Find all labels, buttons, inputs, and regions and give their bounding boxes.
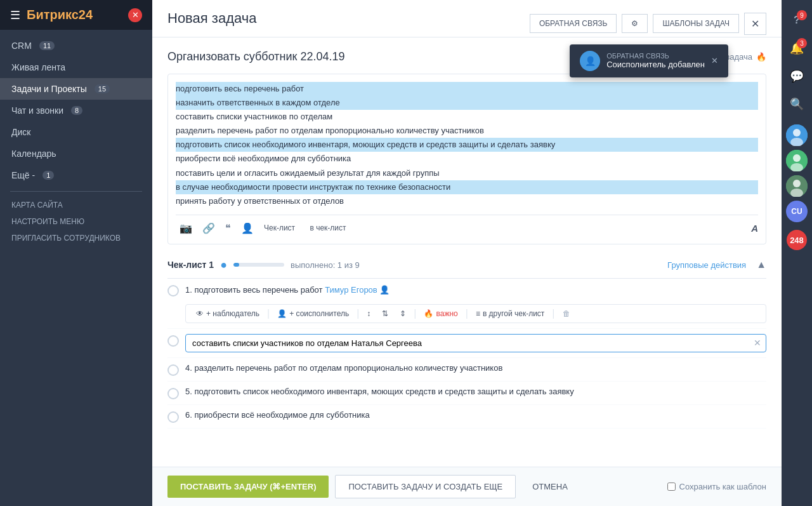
toast-close-icon[interactable]: ✕ — [711, 56, 718, 65]
item-1-assignee: Тимур Егоров — [325, 285, 377, 295]
input-clear-icon[interactable]: ✕ — [754, 338, 761, 348]
main-content: Новая задача ОБРАТНАЯ СВЯЗЬ ⚙ ШАБЛОНЫ ЗА… — [152, 0, 782, 506]
reorder-btn-3[interactable]: ⇕ — [395, 307, 411, 320]
close-button[interactable]: ✕ — [744, 13, 766, 35]
add-watcher-btn[interactable]: 👁 + наблюдатель — [191, 307, 265, 320]
item-6-checkbox[interactable] — [167, 411, 179, 423]
description-area[interactable]: подготовить весь перечень работ назначит… — [167, 74, 766, 244]
item-6-text: 6. приобрести всё необходимое для суббот… — [185, 410, 766, 420]
close-sidebar-button[interactable]: ✕ — [128, 8, 142, 22]
calendar-label: Календарь — [11, 149, 56, 159]
gear-icon: ⚙ — [631, 19, 638, 28]
app-logo: Битрикс24 — [27, 8, 93, 22]
sidebar-item-tasks[interactable]: Задачи и Проекты 15 — [0, 78, 152, 100]
task-form-inner: Организовать субботник 22.04.19 Это важн… — [152, 37, 782, 441]
sidebar-item-more[interactable]: Ещё - 1 — [0, 164, 152, 186]
reorder-btn-1[interactable]: ↕ — [362, 307, 376, 320]
collapse-icon[interactable]: ▲ — [756, 259, 766, 270]
submit-create-button[interactable]: ПОСТАВИТЬ ЗАДАЧУ И СОЗДАТЬ ЕЩЕ — [335, 475, 516, 498]
bitrix-badge-count: 8 — [799, 236, 804, 245]
link-tool-btn[interactable]: 🔗 — [199, 220, 219, 236]
item-3-input[interactable] — [185, 334, 766, 352]
user-mention-btn[interactable]: 👤 — [237, 220, 258, 236]
notifications-badge: 3 — [797, 38, 807, 48]
chat-badge: 8 — [71, 106, 82, 115]
task-form: Организовать субботник 22.04.19 Это важн… — [152, 37, 782, 467]
sidebar-link-sitemap[interactable]: КАРТА САЙТА — [0, 197, 152, 213]
attach-tool-btn[interactable]: 📷 — [176, 220, 196, 236]
save-template-checkbox[interactable] — [667, 483, 676, 491]
format-icon: A — [751, 223, 758, 234]
item-1-actions-bar: 👁 + наблюдатель | 👤 + соисполнитель | ↕ … — [185, 304, 766, 323]
crm-label: CRM — [11, 41, 32, 51]
bitrix-badge[interactable]: 24 8 — [787, 230, 807, 250]
move-btn[interactable]: ≡ в другой чек-лист — [471, 307, 549, 320]
fire-icon: 🔥 — [424, 309, 433, 318]
save-template-label: Сохранить как шаблон — [679, 482, 766, 491]
templates-button[interactable]: ШАБЛОНЫ ЗАДАЧ — [653, 14, 739, 33]
add-coexecutor-btn[interactable]: 👤 + соисполнитель — [272, 307, 354, 320]
sidebar-item-live-feed[interactable]: Живая лента — [0, 57, 152, 78]
checklist-title: Чек-лист 1 — [167, 260, 214, 270]
item-4-checkbox[interactable] — [167, 364, 179, 376]
checklist-item-4: 4. разделить перечень работ по отделам п… — [167, 358, 766, 382]
item-1-checkbox[interactable] — [167, 285, 179, 296]
checklist-btn[interactable]: Чек-лист — [260, 222, 299, 234]
avatar-1[interactable] — [786, 124, 808, 146]
tasks-label: Задачи и Проекты — [11, 84, 87, 94]
item-4-text: 4. разделить перечень работ по отделам п… — [185, 363, 766, 373]
toast-content: ОБРАТНАЯ СВЯЗЬ Соисполнитель добавлен — [606, 52, 705, 69]
sidebar-link-invite[interactable]: ПРИГЛАСИТЬ СОТРУДНИКОВ — [0, 230, 152, 246]
bottom-bar: ПОСТАВИТЬ ЗАДАЧУ (⌘+ENTER) ПОСТАВИТЬ ЗАД… — [152, 467, 782, 506]
item-5-text: 5. подготовить список необходимого инвен… — [185, 387, 766, 396]
cancel-button[interactable]: ОТМЕНА — [522, 476, 578, 498]
desc-line-2: назначить ответственных в каждом отделе — [176, 96, 758, 110]
gear-button[interactable]: ⚙ — [622, 14, 648, 33]
reorder-btn-2[interactable]: ⇅ — [377, 307, 393, 320]
right-bar: ? 9 🔔 3 💬 🔍 CU 24 8 — [782, 0, 812, 506]
quote-tool-btn[interactable]: ❝ — [221, 220, 235, 236]
tasks-badge: 15 — [95, 84, 110, 93]
checklist-item-3: ✕ — [167, 329, 766, 358]
sidebar-item-crm[interactable]: CRM 11 — [0, 35, 152, 57]
checklist-item-5: 5. подготовить список необходимого инвен… — [167, 382, 766, 405]
item-5-checkbox[interactable] — [167, 388, 179, 399]
watcher-icon: 👁 — [196, 309, 204, 318]
menu-icon[interactable]: ☰ — [10, 8, 20, 22]
disk-label: Диск — [11, 127, 30, 137]
sidebar-link-menu[interactable]: НАСТРОИТЬ МЕНЮ — [0, 213, 152, 230]
svg-point-7 — [793, 180, 801, 187]
help-icon[interactable]: ? 9 — [784, 8, 809, 33]
group-actions-btn[interactable]: Групповые действия — [667, 260, 746, 270]
progress-bar-wrap — [233, 263, 284, 267]
search-icon[interactable]: 🔍 — [784, 91, 809, 117]
delete-item-btn[interactable]: 🗑 — [558, 307, 575, 320]
chat-icon[interactable]: 💬 — [784, 63, 809, 89]
notifications-icon[interactable]: 🔔 3 — [784, 36, 809, 61]
desc-line-4: разделить перечень работ по отделам проп… — [176, 124, 758, 138]
avatar-cu[interactable]: CU — [786, 201, 808, 222]
item-3-checkbox[interactable] — [167, 335, 179, 347]
checklist-header: Чек-лист 1 ● выполнено: 1 из 9 Групповые… — [167, 252, 766, 279]
sidebar-item-disk[interactable]: Диск — [0, 121, 152, 143]
important-btn[interactable]: 🔥 важно — [419, 307, 462, 320]
desc-line-5: подготовить список необходимого инвентар… — [176, 138, 758, 152]
main-header: Новая задача ОБРАТНАЯ СВЯЗЬ ⚙ ШАБЛОНЫ ЗА… — [152, 0, 782, 37]
desc-line-9: принять работу у ответственных от отдело… — [176, 194, 758, 208]
item-1-text: 1. подготовить весь перечень работ Тимур… — [185, 285, 766, 295]
sidebar-item-chat[interactable]: Чат и звонки 8 — [0, 100, 152, 121]
more-label: Ещё - — [11, 170, 35, 180]
feedback-button[interactable]: ОБРАТНАЯ СВЯЗЬ — [530, 14, 617, 33]
avatar-2[interactable] — [786, 150, 808, 171]
header-buttons: ОБРАТНАЯ СВЯЗЬ ⚙ ШАБЛОНЫ ЗАДАЧ ✕ 👤 ОБРАТ… — [530, 13, 766, 35]
checklist-item-1: 1. подготовить весь перечень работ Тимур… — [167, 279, 766, 329]
save-template-row: Сохранить как шаблон — [667, 482, 766, 491]
svg-point-4 — [793, 154, 801, 162]
crm-badge: 11 — [39, 41, 55, 50]
desc-line-6: приобрести всё необходимое для субботник… — [176, 152, 758, 166]
toast-label: ОБРАТНАЯ СВЯЗЬ — [606, 52, 705, 60]
in-checklist-btn[interactable]: в чек-лист — [306, 222, 350, 234]
submit-task-button[interactable]: ПОСТАВИТЬ ЗАДАЧУ (⌘+ENTER) — [167, 476, 329, 498]
avatar-3[interactable] — [786, 175, 808, 197]
sidebar-item-calendar[interactable]: Календарь — [0, 143, 152, 164]
